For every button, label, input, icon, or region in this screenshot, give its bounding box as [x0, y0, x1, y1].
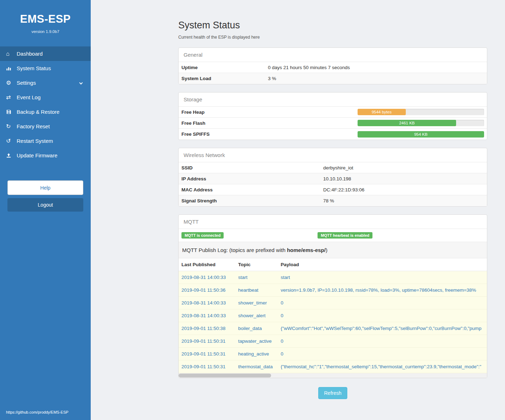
topic-link[interactable]: shower_alert — [238, 313, 265, 318]
mqtt-connected-badge: MQTT is connected — [181, 232, 224, 239]
logout-button[interactable]: Logout — [7, 198, 83, 212]
signal-strength-value: 78 % — [323, 198, 334, 203]
mqtt-log-title-suffix: ) — [326, 247, 327, 253]
storage-panel-header: Storage — [179, 93, 487, 107]
topic-link[interactable]: heating_active — [238, 351, 269, 357]
ssid-row: SSID derbyshire_iot — [179, 162, 487, 173]
free-heap-row: Free Heap 9544 bytes — [179, 107, 487, 118]
free-flash-label: Free Flash — [181, 121, 358, 126]
mqtt-log-row: 2019-09-01 11:50:31 heating_active 0 — [179, 348, 487, 360]
mqtt-badges-row: MQTT is connected MQTT hearbeat is enabl… — [179, 229, 487, 242]
sidebar-item-label: Update Firmware — [17, 152, 57, 158]
topic-link[interactable]: start — [238, 275, 247, 280]
mqtt-log-row: 2019-09-01 11:50:38 boiler_data {"wWComf… — [179, 322, 487, 335]
system-load-row: System Load 3 % — [179, 73, 487, 84]
gear-icon: ⚙ — [6, 80, 17, 86]
topic-link[interactable]: tapwater_active — [238, 338, 272, 344]
brand: EMS-ESP version 1.9.0b7 — [0, 0, 91, 43]
published-link[interactable]: 2019-09-01 11:50:36 — [181, 287, 225, 293]
payload-text: 0 — [278, 335, 487, 347]
published-link[interactable]: 2019-08-31 14:00:33 — [181, 300, 226, 306]
topic-link[interactable]: boiler_data — [238, 326, 262, 331]
wireless-panel: Wireless Network SSID derbyshire_iot IP … — [178, 148, 487, 207]
mac-address-label: MAC Address — [181, 187, 323, 192]
sidebar-item-dashboard[interactable]: ⌂ Dashboard — [0, 46, 91, 61]
signal-strength-row: Signal Strength 78 % — [179, 195, 487, 206]
free-flash-row: Free Flash 2461 KB — [179, 118, 487, 129]
topic-link[interactable]: shower_timer — [238, 300, 267, 306]
mqtt-log-row: 2019-08-31 14:00:33 shower_alert 0 — [179, 309, 487, 322]
published-link[interactable]: 2019-09-01 11:50:31 — [181, 338, 225, 344]
payload-text: start — [278, 271, 487, 284]
uptime-value: 0 days 21 hours 50 minutes 7 seconds — [268, 65, 350, 70]
ip-address-value: 10.10.10.198 — [323, 176, 351, 181]
sidebar-item-update-firmware[interactable]: Update Firmware — [0, 148, 91, 163]
published-link[interactable]: 2019-08-31 14:00:33 — [181, 275, 226, 280]
sidebar-footer-link[interactable]: https://github.com/proddy/EMS-ESP — [0, 407, 91, 420]
column-payload: Payload — [278, 258, 487, 271]
mqtt-log-row: 2019-09-01 11:50:31 tapwater_active 0 — [179, 335, 487, 348]
general-panel: General Uptime 0 days 21 hours 50 minute… — [178, 47, 487, 84]
sidebar-item-factory-reset[interactable]: ↻ Factory Reset — [0, 119, 91, 134]
free-spiffs-bar-label: 954 KB — [414, 132, 428, 136]
sidebar-item-label: Factory Reset — [17, 123, 50, 129]
upload-icon — [6, 153, 17, 158]
topic-link[interactable]: heartbeat — [238, 287, 258, 293]
mqtt-table-header: Last Published Topic Payload — [179, 258, 487, 271]
payload-text: {"thermostat_hc":"1","thermostat_seltemp… — [278, 360, 487, 373]
sidebar-item-restart-system[interactable]: ↺ Restart System — [0, 134, 91, 148]
topic-link[interactable]: thermostat_data — [238, 364, 273, 369]
payload-text: 0 — [278, 309, 487, 322]
published-link[interactable]: 2019-09-01 11:50:38 — [181, 326, 225, 331]
chevron-down-icon — [79, 81, 83, 85]
published-link[interactable]: 2019-08-31 14:00:33 — [181, 313, 226, 318]
payload-text: 0 — [278, 348, 487, 360]
bar-chart-icon — [6, 66, 17, 71]
mqtt-heartbeat-badge: MQTT hearbeat is enabled — [318, 232, 372, 239]
sidebar-item-label: Restart System — [17, 138, 53, 144]
sidebar-item-backup-restore[interactable]: Backup & Restore — [0, 105, 91, 119]
home-icon: ⌂ — [6, 51, 17, 57]
free-heap-bar-label: 9544 bytes — [372, 110, 392, 114]
mqtt-log-title: MQTT Publish Log: (topics are prefixed w… — [179, 242, 487, 258]
reset-arrow-icon: ↻ — [6, 124, 17, 129]
page-subtitle: Current health of the ESP is displayed h… — [178, 35, 487, 40]
published-link[interactable]: 2019-09-01 11:50:31 — [181, 351, 225, 357]
horizontal-scrollbar — [179, 373, 487, 378]
restart-arrows-icon: ↺ — [6, 138, 17, 144]
free-heap-label: Free Heap — [181, 110, 358, 115]
ip-address-row: IP Address 10.10.10.198 — [179, 173, 487, 184]
mqtt-panel: MQTT MQTT is connected MQTT hearbeat is … — [178, 214, 487, 378]
system-load-value: 3 % — [268, 76, 276, 81]
column-topic: Topic — [235, 258, 278, 271]
sidebar-item-system-status[interactable]: System Status — [0, 61, 91, 75]
general-panel-header: General — [179, 48, 487, 62]
free-flash-progress: 2461 KB — [358, 120, 484, 126]
payload-text: {"wWComfort":"Hot","wWSelTemp":60,"selFl… — [278, 322, 487, 335]
uptime-label: Uptime — [181, 65, 268, 70]
sidebar-item-label: System Status — [17, 65, 51, 71]
mqtt-topic-prefix: home/ems-esp/ — [287, 247, 326, 253]
sidebar-buttons: Help Logout — [0, 180, 91, 212]
refresh-button[interactable]: Refresh — [318, 387, 347, 399]
app-version: version 1.9.0b7 — [4, 29, 87, 34]
system-load-label: System Load — [181, 76, 268, 81]
sidebar-item-label: Event Log — [17, 94, 41, 100]
free-flash-bar-label: 2461 KB — [399, 121, 415, 125]
free-flash-bar: 2461 KB — [358, 120, 456, 126]
signal-strength-label: Signal Strength — [181, 198, 323, 203]
published-link[interactable]: 2019-09-01 11:50:31 — [181, 364, 225, 369]
free-spiffs-label: Free SPIFFS — [181, 131, 358, 137]
horizontal-scrollbar-thumb[interactable] — [179, 374, 271, 377]
mqtt-panel-header: MQTT — [179, 215, 487, 229]
sidebar-item-settings[interactable]: ⚙ Settings — [0, 75, 91, 90]
free-heap-progress: 9544 bytes — [358, 109, 484, 115]
mqtt-log-row: 2019-08-31 14:00:33 shower_timer 0 — [179, 297, 487, 309]
ip-address-label: IP Address — [181, 176, 323, 181]
exchange-arrows-icon: ⇄ — [6, 95, 17, 100]
sidebar-item-label: Settings — [17, 80, 36, 86]
ssid-value: derbyshire_iot — [323, 165, 353, 170]
help-button[interactable]: Help — [7, 180, 83, 195]
free-spiffs-bar: 954 KB — [358, 131, 484, 138]
sidebar-item-event-log[interactable]: ⇄ Event Log — [0, 90, 91, 105]
